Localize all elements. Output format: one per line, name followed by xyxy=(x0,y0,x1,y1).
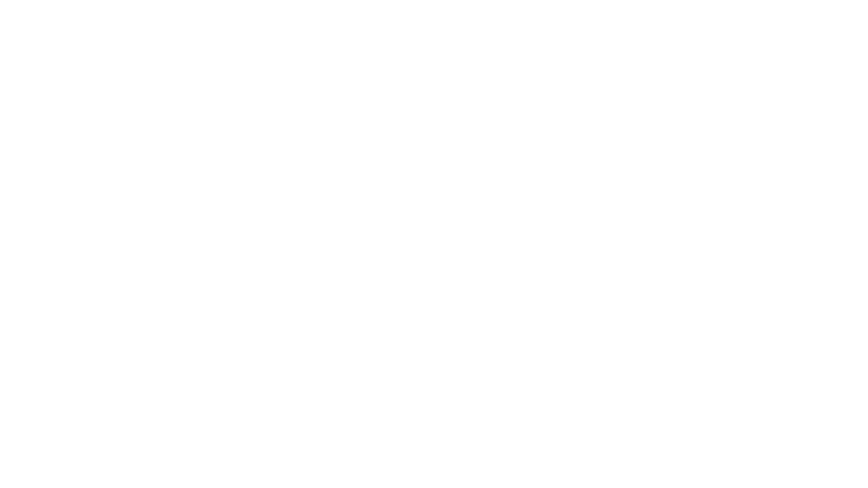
connector-svg xyxy=(0,0,868,488)
diagram-container xyxy=(0,0,868,488)
